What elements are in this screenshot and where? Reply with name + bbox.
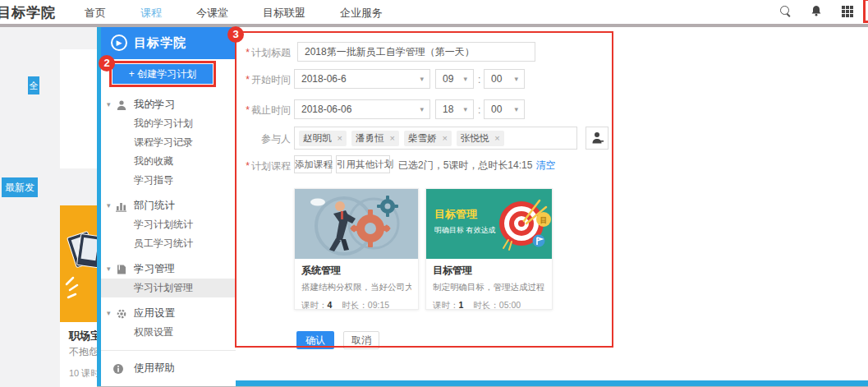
chevron-down-icon: ▾: [463, 100, 467, 118]
banner-subtitle: 明确目标 有效达成: [434, 225, 496, 236]
plan-title-label: *计划标题: [233, 46, 291, 60]
participants-input[interactable]: 赵明凯× 潘勇恒× 柴雪娇× 张悦悦×: [294, 127, 577, 150]
annotation-box-1-partial: [863, 0, 868, 23]
background-page: 全 最新发 职场宝 不抱怨 10 课时: [0, 27, 97, 387]
chevron-down-icon: ▾: [107, 196, 111, 215]
cancel-button[interactable]: 取消: [343, 331, 379, 349]
course-meta: 课时：1时长：05:00: [433, 300, 545, 311]
chevron-down-icon: ▾: [420, 70, 424, 88]
course-thumbnail-gears: [295, 189, 418, 259]
background-course-meta: 10 课时: [69, 367, 97, 380]
participant-chip: 赵明凯×: [299, 131, 347, 146]
end-minute-select[interactable]: 00▾: [484, 99, 525, 119]
sidebar-item-employee-stats[interactable]: 员工学习统计: [101, 234, 236, 253]
course-meta: 课时：4时长：09:15: [301, 300, 411, 311]
course-title: 系统管理: [301, 264, 411, 278]
sidebar-item-course-records[interactable]: 课程学习记录: [101, 133, 236, 152]
quote-plan-button[interactable]: 引用其他计划: [336, 155, 390, 173]
course-card-system-mgmt[interactable]: 系统管理 搭建结构分权限，当好公司大管家 课时：4时长：09:15: [294, 188, 419, 310]
topbar-nav-enterprise[interactable]: 企业服务: [340, 6, 383, 21]
sidebar-item-guidance[interactable]: 学习指导: [101, 171, 236, 190]
modal-logo: ▶ 目标学院: [111, 35, 186, 51]
plan-title-input[interactable]: 2018第一批新员工自学管理（第一天）: [297, 42, 535, 62]
modal-sidebar: 2 + 创建学习计划 ▾ 我的学习 我的学习计划 课程学习记录 我的收藏 学习指…: [101, 59, 236, 386]
end-date-select[interactable]: 2018-06-06▾: [294, 99, 430, 119]
confirm-button[interactable]: 确认: [296, 331, 334, 349]
background-card: [60, 49, 97, 168]
info-icon: [113, 362, 124, 374]
sidebar-menu: ▾ 我的学习 我的学习计划 课程学习记录 我的收藏 学习指导 ▾ 部门统计 学习…: [101, 95, 236, 378]
course-desc: 搭建结构分权限，当好公司大管家: [301, 282, 411, 293]
sidebar-group-learning-mgmt[interactable]: ▾ 学习管理: [101, 260, 236, 279]
course-title: 目标管理: [433, 264, 545, 278]
plan-courses-label: *计划课程: [233, 159, 291, 173]
create-plan-button[interactable]: + 创建学习计划: [113, 64, 213, 84]
background-topbar: 目标学院 首页 课程 今课堂 目标联盟 企业服务: [0, 0, 868, 24]
latest-release-badge[interactable]: 最新发: [2, 177, 38, 197]
start-hour-select[interactable]: 09▾: [435, 69, 474, 89]
topbar-nav-classroom[interactable]: 今课堂: [196, 6, 228, 21]
background-course-desc: 不抱怨: [69, 345, 97, 359]
participant-chip: 潘勇恒×: [351, 131, 399, 146]
sidebar-group-dept-stats[interactable]: ▾ 部门统计: [101, 196, 236, 215]
sidebar-item-permissions[interactable]: 权限设置: [101, 323, 236, 342]
chevron-down-icon: ▾: [463, 70, 467, 88]
sidebar-divider: [101, 350, 236, 351]
sidebar-item-my-plans[interactable]: 我的学习计划: [101, 114, 236, 133]
chevron-down-icon: ▾: [107, 260, 111, 279]
remove-icon[interactable]: ×: [389, 131, 394, 146]
time-colon: :: [478, 74, 480, 85]
sidebar-group-my-learning[interactable]: ▾ 我的学习: [101, 95, 236, 114]
chevron-down-icon: ▾: [514, 70, 518, 88]
modal-logo-text: 目标学院: [134, 35, 186, 51]
course-card-goal-mgmt[interactable]: 目 目标管理 明确目标 有效达成 目标管理 制定明确目标，管理达成过程，实...…: [425, 188, 553, 310]
sidebar-item-help[interactable]: 使用帮助: [101, 359, 236, 378]
remove-icon[interactable]: ×: [442, 131, 447, 146]
background-course-thumbnail: [60, 205, 97, 322]
add-course-button[interactable]: 添加课程: [294, 155, 332, 173]
chevron-down-icon: ▾: [514, 100, 518, 118]
topbar-nav: 首页 课程 今课堂 目标联盟 企业服务: [85, 6, 383, 21]
start-time-label: *开始时间: [233, 73, 291, 87]
annotation-step-2: 2: [99, 55, 115, 71]
sidebar-group-app-settings[interactable]: ▾ 应用设置: [101, 304, 236, 323]
annotation-step-3: 3: [227, 26, 244, 43]
background-course-info: 职场宝 不抱怨 10 课时: [60, 322, 97, 387]
chevron-down-icon: ▾: [107, 304, 111, 323]
topbar-nav-home[interactable]: 首页: [85, 6, 106, 21]
topbar-nav-alliance[interactable]: 目标联盟: [263, 6, 305, 21]
chevron-down-icon: ▾: [107, 95, 111, 114]
play-logo-icon: ▶: [111, 35, 127, 51]
end-hour-select[interactable]: 18▾: [435, 99, 474, 119]
search-icon[interactable]: [780, 6, 791, 16]
start-minute-select[interactable]: 00▾: [484, 69, 525, 89]
topbar-nav-courses[interactable]: 课程: [140, 6, 162, 21]
notification-bell-icon[interactable]: [811, 5, 822, 17]
participants-label: 参与人: [233, 132, 291, 146]
end-time-label: *截止时间: [233, 104, 291, 117]
sidebar-item-plan-stats[interactable]: 学习计划统计: [101, 215, 236, 234]
plus-icon: +: [129, 68, 135, 80]
start-date-select[interactable]: 2018-06-6▾: [294, 69, 430, 89]
remove-icon[interactable]: ×: [494, 131, 499, 146]
course-desc: 制定明确目标，管理达成过程，实...: [433, 282, 545, 293]
remove-icon[interactable]: ×: [338, 131, 342, 146]
participant-chip: 张悦悦×: [457, 131, 504, 146]
book-icon: [116, 263, 127, 274]
add-participant-button[interactable]: [586, 127, 609, 150]
sidebar-item-plan-management[interactable]: 学习计划管理: [101, 279, 236, 297]
clear-selection-link[interactable]: 清空: [535, 159, 555, 171]
background-course-title: 职场宝: [69, 329, 97, 343]
required-mark: *: [246, 47, 250, 58]
participant-chip: 柴雪娇×: [404, 131, 452, 146]
person-icon: [116, 99, 127, 110]
create-plan-modal: ▶ 目标学院 首页 课程 今课堂 目标联盟 企业服务 2 + 创建学习计划: [97, 27, 868, 386]
apps-grid-icon[interactable]: [842, 6, 853, 17]
selection-summary: 已选2门，5课时，总时长14:15清空: [398, 159, 555, 173]
course-banner-text: 目标管理 明确目标 有效达成: [434, 207, 496, 236]
svg-text:目: 目: [540, 216, 548, 224]
bar-chart-icon: [116, 200, 127, 211]
gear-icon: [116, 307, 127, 319]
background-mini-button[interactable]: 全: [28, 76, 39, 94]
sidebar-item-favorites[interactable]: 我的收藏: [101, 152, 236, 171]
